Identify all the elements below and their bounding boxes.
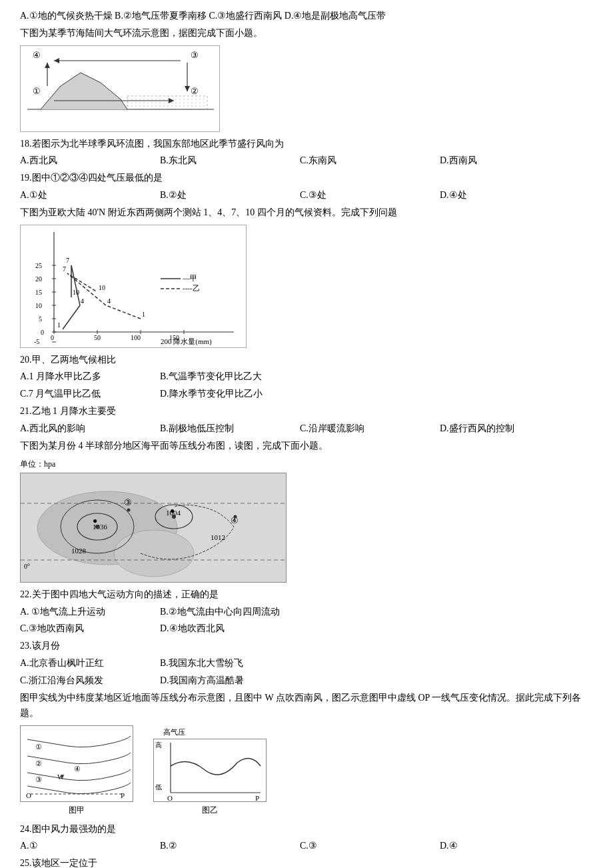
svg-text:0°: 0° bbox=[24, 563, 30, 570]
svg-text:①: ① bbox=[35, 743, 42, 751]
q18-option-b: B.东北风 bbox=[160, 153, 280, 169]
svg-text:O: O bbox=[167, 794, 173, 802]
svg-text:25: 25 bbox=[35, 262, 42, 269]
svg-marker-12 bbox=[45, 63, 50, 68]
pressure-map-container: 单位：hpa 1036 1028 ● 1004 ● bbox=[20, 457, 593, 582]
q22-options: A. ①地气流上升运动 B.②地气流由中心向四周流动 bbox=[20, 604, 593, 620]
svg-text:●: ● bbox=[93, 516, 97, 525]
svg-text:1028: 1028 bbox=[71, 547, 87, 555]
wind-chart-label: 图乙 bbox=[153, 803, 267, 817]
q22-text: 22.关于图中四地大气运动方向的描述，正确的是 bbox=[20, 589, 219, 599]
svg-text:③: ③ bbox=[35, 775, 42, 783]
wind-chart-y-label: 高气压 bbox=[163, 726, 267, 739]
q24-options: A.① B.② C.③ D.④ bbox=[20, 838, 593, 854]
q21-options: A.西北风的影响 B.副极地低压控制 C.沿岸暖流影响 D.盛行西风的控制 bbox=[20, 421, 593, 437]
climate-chart-svg: 气温(℃) 200 降水量(mm) 0 5 10 15 20 25 -5 0 bbox=[20, 225, 247, 348]
svg-text:1012: 1012 bbox=[211, 533, 225, 541]
q23-options2: C.浙江沿海台风频发 D.我国南方高温酷暑 bbox=[20, 673, 593, 689]
q20-desc-text: 下图为亚欧大陆 40'N 附近东西两侧两个测站 1、4、7、10 四个月的气候资… bbox=[20, 207, 397, 217]
q24-option-a: A.① bbox=[20, 838, 140, 854]
wind-chart-container: 高气压 高 低 O P 图乙 bbox=[153, 726, 267, 817]
q22-desc-line: 下图为某月份 4 半球部分地区海平面等压线分布图，读图，完成下面小题。 bbox=[20, 438, 593, 454]
intro-desc-line: 下图为某季节海陆间大气环流示意图，据图完成下面小题。 bbox=[20, 25, 593, 41]
pressure-map-svg: 1036 1028 ● 1004 ● 1012 ③ ④ 0° bbox=[20, 473, 287, 583]
svg-text:----乙: ----乙 bbox=[183, 284, 200, 292]
q21-text: 21.乙地 1 月降水主要受 bbox=[20, 406, 116, 416]
q20-line: 20.甲、乙两地气候相比 bbox=[20, 352, 593, 368]
svg-text:15: 15 bbox=[35, 289, 42, 296]
q20-option-b: B.气温季节变化甲比乙大 bbox=[160, 369, 280, 385]
q18-option-c: C.东南风 bbox=[300, 153, 420, 169]
svg-text:4: 4 bbox=[107, 297, 111, 305]
svg-text:0: 0 bbox=[41, 329, 44, 336]
q23-text: 23.该月份 bbox=[20, 641, 60, 651]
svg-text:5: 5 bbox=[39, 315, 42, 323]
q24-option-b: B.② bbox=[160, 838, 280, 854]
q21-line: 21.乙地 1 月降水主要受 bbox=[20, 403, 593, 419]
q20-options2: C.7 月气温甲比乙低 D.降水季节变化甲比乙小 bbox=[20, 386, 593, 402]
q19-option-b: B.②处 bbox=[160, 187, 280, 203]
svg-text:②: ② bbox=[35, 759, 42, 767]
intro-desc-text: 下图为某季节海陆间大气环流示意图，据图完成下面小题。 bbox=[20, 28, 263, 38]
svg-text:10: 10 bbox=[35, 302, 42, 309]
svg-text:100: 100 bbox=[131, 334, 141, 341]
svg-text:④: ④ bbox=[33, 50, 41, 60]
svg-text:②: ② bbox=[191, 86, 199, 96]
svg-text:③: ③ bbox=[124, 497, 132, 507]
q18-option-d: D.西南风 bbox=[440, 153, 560, 169]
q21-option-c: C.沿岸暖流影响 bbox=[300, 421, 420, 437]
q21-option-b: B.副极地低压控制 bbox=[160, 421, 280, 437]
svg-text:P: P bbox=[121, 791, 125, 799]
q20-text: 20.甲、乙两地气候相比 bbox=[20, 355, 116, 365]
svg-point-56 bbox=[114, 530, 194, 577]
svg-text:①: ① bbox=[33, 86, 41, 96]
wind-chart-svg: 高 低 O P bbox=[153, 739, 267, 802]
q22-option-a: A. ①地气流上升运动 bbox=[20, 604, 140, 620]
q24-text: 24.图中风力最强劲的是 bbox=[20, 824, 116, 834]
monsoon-diagram-svg: ④ ③ ① ② bbox=[20, 45, 220, 132]
svg-text:50: 50 bbox=[94, 334, 101, 341]
q22-option-d: D.④地吹西北风 bbox=[160, 621, 280, 637]
climate-chart-container: 气温(℃) 200 降水量(mm) 0 5 10 15 20 25 -5 0 bbox=[20, 225, 593, 348]
q20-desc-line: 下图为亚欧大陆 40'N 附近东西两侧两个测站 1、4、7、10 四个月的气候资… bbox=[20, 205, 593, 221]
svg-text:—甲: —甲 bbox=[182, 274, 197, 282]
q22-options2: C.③地吹西南风 D.④地吹西北风 bbox=[20, 621, 593, 637]
q22-line: 22.关于图中四地大气运动方向的描述，正确的是 bbox=[20, 587, 593, 603]
svg-text:1: 1 bbox=[57, 321, 61, 329]
q21-option-a: A.西北风的影响 bbox=[20, 421, 140, 437]
svg-marker-10 bbox=[54, 58, 59, 63]
svg-text:O: O bbox=[26, 791, 31, 799]
q20-option-a: A.1 月降水甲比乙多 bbox=[20, 369, 140, 385]
svg-text:20: 20 bbox=[35, 275, 42, 283]
page-content: A.①地的气候炎热干燥 B.②地气压带夏季南移 C.③地盛行西南风 D.④地是副… bbox=[20, 8, 593, 868]
q24-line: 24.图中风力最强劲的是 bbox=[20, 821, 593, 837]
q20-option-c: C.7 月气温甲比乙低 bbox=[20, 386, 140, 402]
q24-option-d: D.④ bbox=[440, 838, 560, 854]
q20-option-d: D.降水季节变化甲比乙小 bbox=[160, 386, 280, 402]
svg-text:150: 150 bbox=[169, 334, 179, 341]
svg-point-69 bbox=[127, 508, 131, 511]
svg-text:高: 高 bbox=[155, 741, 162, 749]
svg-point-71 bbox=[234, 515, 237, 518]
q21-option-d: D.盛行西风的控制 bbox=[440, 421, 560, 437]
wind-map-container: ① ② ③ ④ W O P 图甲 bbox=[20, 725, 133, 817]
svg-point-80 bbox=[61, 775, 63, 777]
intro-options-text: A.①地的气候炎热干燥 B.②地气压带夏季南移 C.③地盛行西南风 D.④地是副… bbox=[20, 11, 386, 21]
q19-options: A.①处 B.②处 C.③处 D.④处 bbox=[20, 187, 593, 203]
svg-text:P: P bbox=[255, 794, 259, 802]
svg-text:●: ● bbox=[170, 506, 175, 515]
wind-map-svg: ① ② ③ ④ W O P bbox=[20, 725, 133, 802]
q19-line: 19.图中①②③④四处气压最低的是 bbox=[20, 170, 593, 186]
q19-option-c: C.③处 bbox=[300, 187, 420, 203]
q19-text: 19.图中①②③④四处气压最低的是 bbox=[20, 173, 163, 183]
q19-option-d: D.④处 bbox=[440, 187, 560, 203]
q18-options: A.西北风 B.东北风 C.东南风 D.西南风 bbox=[20, 153, 593, 169]
svg-text:7: 7 bbox=[63, 265, 66, 273]
q20-options: A.1 月降水甲比乙多 B.气温季节变化甲比乙大 bbox=[20, 369, 593, 385]
svg-text:10: 10 bbox=[99, 284, 105, 291]
svg-text:7: 7 bbox=[66, 257, 69, 264]
monsoon-diagram-container: ④ ③ ① ② bbox=[20, 45, 593, 132]
svg-text:低: 低 bbox=[155, 783, 162, 791]
svg-text:10: 10 bbox=[73, 289, 79, 296]
q25-text: 25.该地区一定位于 bbox=[20, 858, 97, 868]
